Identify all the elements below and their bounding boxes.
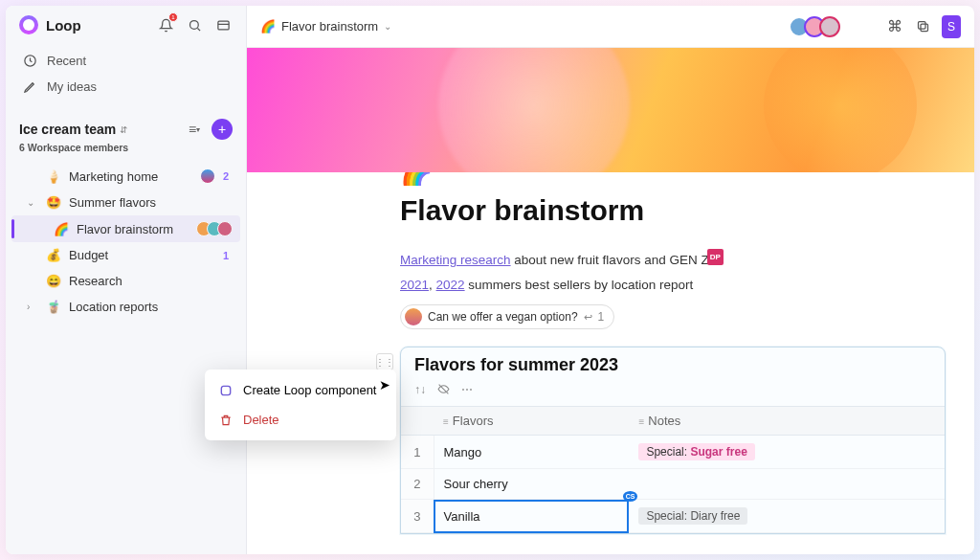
cell-note[interactable]: Special: Sugar free — [629, 436, 945, 469]
svg-rect-3 — [921, 24, 928, 32]
page-content[interactable]: 🌈 Flavor brainstorm Marketing research a… — [247, 172, 974, 554]
link-marketing-research[interactable]: Marketing research — [400, 253, 511, 267]
cell-flavor-editing[interactable]: Vanilla — [434, 500, 629, 533]
apps-icon[interactable]: ⌘ — [884, 16, 905, 37]
block-toolbar: ↑↓ ⋯ — [401, 379, 945, 406]
nav-recent[interactable]: Recent — [13, 48, 238, 74]
cell-flavor[interactable]: Sour cherry — [434, 469, 629, 500]
app-name: Loop — [46, 17, 81, 34]
block-title[interactable]: Flavors for summer 2023 — [401, 347, 945, 379]
breadcrumb[interactable]: 🌈 Flavor brainstorm ⌄ — [260, 19, 391, 34]
share-button[interactable]: S — [942, 15, 961, 38]
body-paragraph[interactable]: Marketing research about new fruit flavo… — [400, 248, 859, 273]
page-title[interactable]: Flavor brainstorm — [400, 194, 974, 227]
live-cursor-tag: DP — [707, 249, 724, 265]
hide-icon[interactable] — [437, 383, 450, 398]
topbar: 🌈 Flavor brainstorm ⌄ ⌘ S — [247, 6, 974, 48]
text-column-icon: ≡ — [638, 416, 644, 427]
sort-icon[interactable]: ↑↓ — [414, 383, 426, 398]
workspace-title[interactable]: Ice cream team — [19, 122, 116, 137]
table-row[interactable]: 2 Sour cherry — [401, 469, 945, 500]
tree-summer-flavors[interactable]: ⌄ 🤩 Summer flavors — [11, 190, 240, 215]
tree-flavor-brainstorm[interactable]: 🌈 Flavor brainstorm — [11, 215, 240, 242]
drag-handle-icon[interactable]: ⋮⋮ — [376, 353, 393, 370]
comment-chip[interactable]: Can we offer a vegan option? ↩ 1 — [400, 304, 614, 329]
column-notes[interactable]: ≡Notes — [629, 407, 945, 436]
more-icon[interactable]: ⋯ — [461, 383, 473, 398]
loop-component[interactable]: ⋮⋮ Flavors for summer 2023 ↑↓ ⋯ ≡Flavors… — [400, 347, 946, 534]
sort-icon[interactable]: ≡▾ — [185, 120, 204, 139]
trash-icon — [218, 414, 234, 427]
cell-note[interactable] — [629, 469, 945, 500]
ctx-create-loop-component[interactable]: Create Loop component ➤ — [205, 375, 396, 405]
avatar — [819, 16, 840, 37]
tree-location-reports[interactable]: › 🧋 Location reports — [11, 294, 240, 320]
presence-avatars — [200, 168, 215, 184]
notifications-icon[interactable]: 1 — [156, 15, 175, 34]
notification-badge: 1 — [168, 12, 178, 22]
tree-research[interactable]: 😄 Research — [11, 268, 240, 294]
text-column-icon: ≡ — [443, 416, 449, 427]
svg-point-0 — [189, 20, 198, 29]
table-row[interactable]: 3 Vanilla Special: Diary free — [401, 500, 945, 533]
loop-component-icon — [218, 384, 234, 397]
body-paragraph[interactable]: 2021, 2022 summers best sellers by locat… — [400, 273, 859, 298]
page-tree: 🍦 Marketing home 2 ⌄ 🤩 Summer flavors 🌈 … — [6, 163, 246, 320]
cursor-icon: ➤ — [379, 377, 390, 392]
sidebar: Loop 1 Recent My — [6, 6, 247, 554]
page-emoji-icon: 🌈 — [260, 19, 276, 34]
loop-logo-icon — [19, 15, 38, 34]
context-menu: Create Loop component ➤ Delete — [205, 370, 396, 440]
svg-rect-6 — [221, 386, 230, 394]
add-page-button[interactable]: + — [212, 119, 233, 140]
ctx-delete[interactable]: Delete — [205, 405, 396, 435]
copy-link-icon[interactable] — [913, 16, 934, 37]
svg-rect-1 — [217, 21, 228, 30]
chevron-down-icon[interactable]: ⌄ — [384, 21, 391, 32]
main-area: 🌈 Flavor brainstorm ⌄ ⌘ S 🌈 — [247, 6, 974, 554]
presence-avatars[interactable] — [794, 16, 840, 37]
brand[interactable]: Loop — [19, 15, 81, 34]
chevron-right-icon[interactable]: › — [27, 302, 38, 312]
pencil-icon — [23, 79, 37, 94]
workspace-members[interactable]: 6 Workspace members — [6, 142, 246, 163]
hero-cover[interactable] — [247, 48, 974, 172]
page-emoji-icon[interactable]: 🌈 — [400, 172, 974, 187]
link-2021[interactable]: 2021 — [400, 278, 429, 292]
reply-icon: ↩ — [584, 311, 592, 324]
avatar — [405, 308, 422, 325]
nav-my-ideas[interactable]: My ideas — [13, 74, 238, 100]
clock-icon — [23, 54, 37, 68]
presence-avatars — [196, 221, 233, 236]
link-2022[interactable]: 2022 — [436, 278, 465, 292]
cell-flavor[interactable]: Mango — [434, 436, 629, 469]
chevron-down-icon[interactable]: ⌄ — [27, 197, 38, 208]
tree-budget[interactable]: 💰 Budget 1 — [11, 242, 240, 268]
svg-rect-4 — [919, 22, 926, 30]
flavors-table[interactable]: ≡Flavors ≡Notes 1 Mango Special: Sugar f… — [401, 406, 945, 533]
inbox-icon[interactable] — [213, 15, 233, 34]
table-row[interactable]: 1 Mango Special: Sugar free — [401, 436, 945, 469]
cell-note[interactable]: Special: Diary free — [629, 500, 945, 533]
workspace-switch-icon[interactable]: ⇵ — [120, 124, 127, 135]
column-flavors[interactable]: ≡Flavors — [434, 407, 629, 436]
tree-marketing-home[interactable]: 🍦 Marketing home 2 — [11, 163, 240, 190]
search-icon[interactable] — [185, 15, 204, 34]
